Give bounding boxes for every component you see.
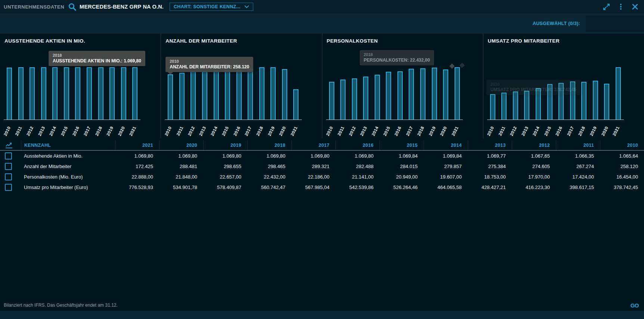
cell-value: 1.069,80 <box>335 153 380 159</box>
bar-2012[interactable] <box>513 92 518 120</box>
cell-value: 1.069,77 <box>468 153 512 159</box>
x-tick-label: 2020 <box>439 126 448 136</box>
bar-2012[interactable] <box>352 78 357 120</box>
selection-bar: AUSGEWÄHLT (0/3): <box>0 13 644 34</box>
bar-2016[interactable] <box>397 71 403 120</box>
chart-type-dropdown-label: CHART: SONSTIGE KENNZ... <box>174 4 241 9</box>
bar-2011[interactable] <box>501 93 507 120</box>
chart-title: ANZAHL DER MITARBEITER <box>165 38 322 46</box>
row-checkbox[interactable] <box>5 152 12 160</box>
row-label: Umsatz pro Mitarbeiter (Euro) <box>21 185 115 190</box>
bar-2020[interactable] <box>282 69 287 120</box>
bar-2010[interactable] <box>7 68 12 120</box>
bar-2012[interactable] <box>30 67 35 120</box>
bar-2019[interactable] <box>270 67 276 120</box>
x-tick: 2020 <box>279 120 290 139</box>
bar-2020[interactable] <box>443 69 448 120</box>
bar-2020[interactable] <box>604 84 609 120</box>
x-tick: 2015 <box>61 120 72 139</box>
row-checkbox[interactable] <box>5 173 12 180</box>
bar-2021[interactable] <box>616 67 621 120</box>
bar-2013[interactable] <box>202 71 207 120</box>
close-icon[interactable] <box>631 3 639 10</box>
bar-2013[interactable] <box>363 77 368 120</box>
bar-2015[interactable] <box>64 67 69 120</box>
bar-2019[interactable] <box>109 67 115 120</box>
bar-2015[interactable] <box>225 70 230 120</box>
bar-2021[interactable] <box>132 67 137 120</box>
search-icon[interactable] <box>68 3 77 11</box>
column-header-2020: 2020 <box>159 140 203 150</box>
bar-2014[interactable] <box>52 67 58 120</box>
x-tick-label: 2010 <box>164 126 173 136</box>
column-header-2021: 2021 <box>115 140 159 150</box>
bar-2013[interactable] <box>524 91 529 120</box>
row-checkbox[interactable] <box>5 163 12 170</box>
bar-2017[interactable] <box>248 69 253 120</box>
column-header-2015: 2015 <box>380 140 424 150</box>
cell-value: 298.655 <box>203 164 247 169</box>
bar-2019[interactable] <box>593 81 598 120</box>
column-header-2018: 2018 <box>247 140 291 150</box>
bar-2014[interactable] <box>375 75 380 120</box>
bar-2021[interactable] <box>455 67 460 120</box>
kebab-menu-icon[interactable] <box>617 3 625 10</box>
x-tick: 2014 <box>211 120 222 139</box>
bar-2010[interactable] <box>329 82 334 120</box>
x-tick-label: 2015 <box>221 126 230 136</box>
bar-2011[interactable] <box>340 80 346 120</box>
column-header-2016: 2016 <box>335 140 380 150</box>
cell-value: 1.065,64 <box>600 153 644 159</box>
cell-value: 22.657,00 <box>203 174 247 180</box>
chart-title: UMSATZ PRO MITARBEITER <box>488 38 644 46</box>
bar-2018[interactable] <box>98 67 103 120</box>
bar-2019[interactable] <box>432 68 437 120</box>
x-tick: 2017 <box>245 120 256 139</box>
charts-row: AUSSTEHENDE AKTIEN IN MIO.20102011201220… <box>0 34 644 138</box>
unternehmensdaten-window: UNTERNEHMENSDATEN MERCEDES-BENZ GRP NA O… <box>0 0 644 319</box>
cell-value: 258.120 <box>600 164 644 169</box>
x-tick: 2018 <box>578 120 589 139</box>
x-tick: 2019 <box>267 120 279 139</box>
cell-value: 416.223,30 <box>512 185 556 190</box>
bar-2017[interactable] <box>87 67 92 120</box>
x-tick: 2013 <box>521 120 532 139</box>
checkbox-cell <box>0 163 21 170</box>
x-tick-label: 2021 <box>612 126 620 136</box>
bar-2016[interactable] <box>75 67 80 120</box>
x-tick-label: 2011 <box>337 126 345 136</box>
chart-type-dropdown[interactable]: CHART: SONSTIGE KENNZ... <box>170 3 253 11</box>
bar-2014[interactable] <box>214 71 219 120</box>
bar-2020[interactable] <box>121 67 126 120</box>
chart-title: AUSSTEHENDE AKTIEN IN MIO. <box>4 38 161 46</box>
cell-value: 284.015 <box>380 164 424 169</box>
expand-icon[interactable] <box>603 3 610 11</box>
bar-2016[interactable] <box>236 70 242 120</box>
x-tick-label: 2015 <box>60 126 69 136</box>
cell-value: 428.427,21 <box>468 185 512 190</box>
bar-2018[interactable] <box>420 68 425 120</box>
bar-2011[interactable] <box>18 67 24 120</box>
bar-2011[interactable] <box>179 73 185 120</box>
x-tick: 2016 <box>233 120 245 139</box>
bar-slot <box>256 49 267 120</box>
bar-2015[interactable] <box>386 72 391 120</box>
column-header-2019: 2019 <box>203 140 247 150</box>
cell-value: 21.141,00 <box>335 174 380 180</box>
cell-value: 1.069,80 <box>159 153 203 159</box>
bar-slot <box>337 49 349 120</box>
column-header-2017: 2017 <box>291 140 335 150</box>
bar-2018[interactable] <box>259 67 264 120</box>
x-tick-label: 2019 <box>267 126 275 136</box>
bar-2010[interactable] <box>490 94 495 120</box>
bar-2018[interactable] <box>581 82 586 120</box>
cell-value: 567.985,04 <box>291 185 335 190</box>
bar-2012[interactable] <box>191 71 196 120</box>
bar-2017[interactable] <box>409 69 414 120</box>
x-tick-label: 2011 <box>176 126 184 136</box>
bar-2010[interactable] <box>168 74 173 120</box>
row-checkbox[interactable] <box>5 184 12 191</box>
bar-2021[interactable] <box>293 89 298 120</box>
x-tick: 2010 <box>326 120 337 139</box>
bar-2013[interactable] <box>41 67 46 120</box>
